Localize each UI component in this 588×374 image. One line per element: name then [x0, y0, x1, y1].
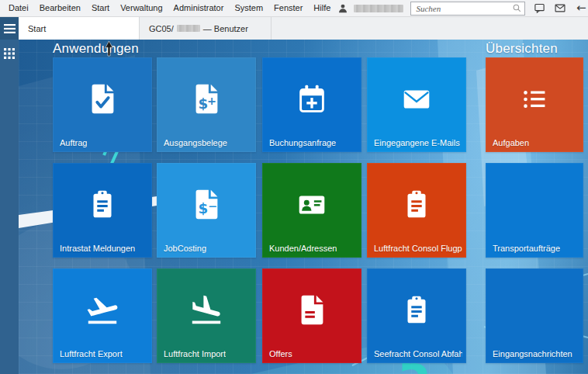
tile-label: Intrastat Meldungen: [60, 244, 135, 253]
calendar-plus-icon: [294, 81, 330, 117]
svg-text:+: +: [207, 94, 216, 106]
redacted-session-id: [177, 25, 200, 32]
doc-check-icon: [85, 81, 120, 117]
tab-session-prefix: GC05/: [149, 24, 174, 33]
tile-label: JobCosting: [164, 244, 206, 253]
tile-intrastat-meldungen[interactable]: Intrastat Meldungen: [53, 163, 152, 258]
bullet-list-icon: [517, 81, 552, 117]
svg-text:$: $: [198, 200, 208, 216]
app-body: 5 Anwendungen Übersichten Auftrag$+Ausga…: [0, 40, 588, 374]
menubar: DateiBearbeitenStartVerwaltungAdministra…: [0, 0, 588, 17]
contact-card-icon: [294, 187, 330, 223]
section-title-overviews: Übersichten: [486, 41, 558, 57]
tile-luftfracht-export[interactable]: Luftfracht Export: [53, 268, 152, 363]
doc-dollar-plus-icon: $+: [189, 81, 224, 117]
doc-dollar-minus-icon: $−: [189, 187, 224, 223]
tile-luftfracht-consol-flugp[interactable]: Luftfracht Consol Flugp...: [367, 163, 466, 258]
menu-item-bearbeiten[interactable]: Bearbeiten: [34, 0, 86, 16]
tabbar: Start GC05/ — Benutzer: [0, 17, 588, 40]
tile-label: Luftfracht Consol Flugp...: [374, 244, 462, 253]
tile-eingegangene-e-mails[interactable]: Eingegangene E-Mails: [367, 57, 466, 152]
user-chip: [336, 2, 403, 16]
redacted-username: [354, 5, 403, 12]
svg-text:−: −: [208, 199, 217, 212]
section-title-applications: Anwendungen: [53, 41, 139, 57]
search-input[interactable]: [416, 4, 512, 13]
plane-takeoff-icon: [85, 293, 120, 328]
left-sidebar: [0, 40, 19, 374]
tile-label: Ausgangsbelege: [164, 138, 227, 147]
mouse-cursor: [105, 41, 113, 57]
search-box: [410, 2, 525, 16]
tile-label: Offers: [269, 349, 292, 358]
tile-dashboard: 5 Anwendungen Übersichten Auftrag$+Ausga…: [19, 40, 588, 374]
hamburger-icon: [4, 24, 16, 33]
menubar-right: ← ↓ →: [336, 2, 588, 16]
tile-label: Aufgaben: [493, 138, 529, 147]
tab-session-suffix: — Benutzer: [203, 24, 248, 33]
tile-label: Seefracht Consol Abfahrt: [374, 349, 462, 358]
tile-eingangsnachrichten[interactable]: Eingangsnachrichten: [486, 268, 583, 363]
plane-landing-icon: [189, 293, 224, 328]
tile-kunden-adressen[interactable]: Kunden/Adressen: [262, 163, 361, 258]
tile-seefracht-consol-abfahrt[interactable]: Seefracht Consol Abfahrt: [367, 268, 466, 363]
tile-luftfracht-import[interactable]: Luftfracht Import: [157, 268, 256, 363]
back-arrow-icon[interactable]: ←: [574, 2, 588, 16]
apps-grid-icon[interactable]: [4, 48, 15, 59]
menu-toggle-button[interactable]: [0, 17, 19, 40]
menu-items: DateiBearbeitenStartVerwaltungAdministra…: [3, 0, 336, 16]
tile-auftrag[interactable]: Auftrag: [53, 57, 152, 152]
menu-item-verwaltung[interactable]: Verwaltung: [115, 0, 168, 16]
menu-item-start[interactable]: Start: [86, 0, 115, 16]
doc-lines-icon: [294, 293, 330, 328]
tile-buchungsanfrage[interactable]: Buchungsanfrage: [262, 57, 361, 152]
search-icon: [512, 3, 522, 13]
app-window: DateiBearbeitenStartVerwaltungAdministra…: [0, 0, 588, 374]
tile-label: Buchungsanfrage: [269, 138, 336, 147]
tile-label: Kunden/Adressen: [269, 244, 337, 253]
menu-item-system[interactable]: System: [229, 0, 268, 16]
tab-start-label: Start: [28, 24, 46, 33]
menu-item-datei[interactable]: Datei: [3, 0, 34, 16]
tile-offers[interactable]: Offers: [262, 268, 361, 363]
tile-label: Luftfracht Import: [164, 349, 226, 358]
mail-icon[interactable]: [553, 2, 567, 16]
tile-label: Transportaufträge: [493, 244, 560, 253]
chat-bubble-icon[interactable]: [532, 2, 546, 16]
tile-jobcosting[interactable]: $−JobCosting: [157, 163, 256, 258]
menu-item-fenster[interactable]: Fenster: [268, 0, 308, 16]
tile-label: Eingangsnachrichten: [493, 349, 572, 358]
tile-label: Eingegangene E-Mails: [374, 138, 460, 147]
menu-item-administrator[interactable]: Administrator: [168, 0, 230, 16]
tile-aufgaben[interactable]: Aufgaben: [486, 57, 583, 152]
tile-ausgangsbelege[interactable]: $+Ausgangsbelege: [157, 57, 256, 152]
user-icon: [336, 2, 350, 16]
menu-item-hilfe[interactable]: Hilfe: [308, 0, 336, 16]
clipboard-icon: [399, 293, 434, 328]
tab-session[interactable]: GC05/ — Benutzer: [140, 17, 272, 40]
tab-start[interactable]: Start: [19, 17, 140, 40]
tile-transportaufträge[interactable]: Transportaufträge: [486, 163, 583, 258]
tile-label: Auftrag: [60, 138, 87, 147]
tile-label: Luftfracht Export: [60, 349, 123, 358]
clipboard-icon: [399, 187, 434, 223]
envelope-icon: [399, 81, 434, 117]
clipboard-icon: [85, 187, 120, 223]
